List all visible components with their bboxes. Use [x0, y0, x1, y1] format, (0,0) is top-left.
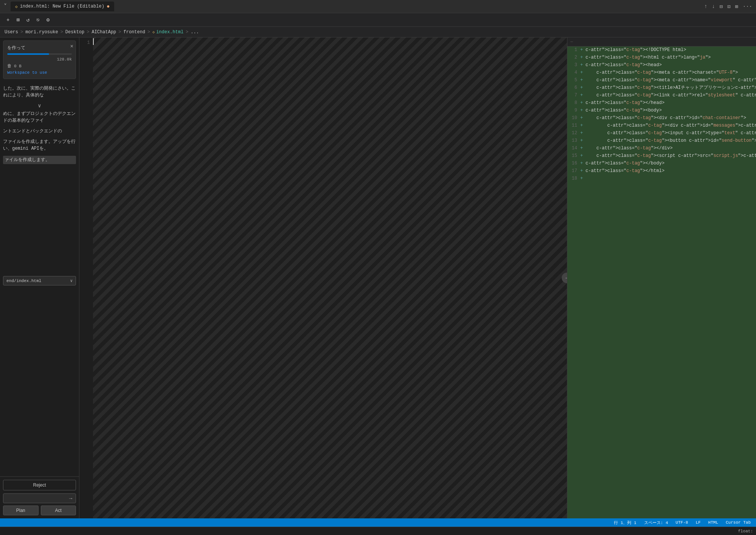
table-row: 10+ c-attr">class="c-tag"><div c-attr">i…: [567, 115, 756, 122]
breadcrumb-more[interactable]: ...: [191, 29, 199, 35]
dropdown-chevron-icon[interactable]: ˅: [4, 3, 7, 10]
status-spaces[interactable]: スペース: 4: [643, 520, 670, 526]
table-row: 15+ c-attr">class="c-tag"><script c-attr…: [567, 152, 756, 160]
line-number: 4: [569, 69, 580, 76]
line-number-1: 1: [82, 39, 90, 47]
table-row: 7+ c-attr">class="c-tag"><link c-attr">r…: [567, 92, 756, 99]
status-line-ending[interactable]: LF: [694, 520, 702, 525]
editor-tab[interactable]: ◇ index.html: New File (Editable) ●: [11, 2, 114, 11]
float-label: float:: [738, 529, 753, 533]
reject-button[interactable]: Reject: [3, 480, 76, 490]
workspace-link[interactable]: Workspace to use: [7, 70, 72, 75]
editor-content[interactable]: [93, 37, 567, 518]
line-indicator: +: [580, 175, 586, 182]
send-button[interactable]: →: [68, 495, 73, 501]
center-panel: 1 →: [79, 37, 567, 518]
line-code: c-attr">class="c-tag"></html>: [586, 167, 754, 175]
line-number: 18: [569, 175, 580, 182]
expand-button[interactable]: ∨: [3, 102, 76, 109]
breadcrumb-users[interactable]: Users: [5, 29, 18, 35]
line-numbers: 1: [79, 37, 93, 518]
toolbar: + ⊞ ↺ ⎋ ⚙: [0, 13, 756, 27]
act-button[interactable]: Act: [41, 506, 76, 515]
status-encoding[interactable]: UTF-8: [674, 520, 689, 525]
title-bar-right: ↑ ↓ ⊟ ⊡ ⊞ ···: [704, 3, 752, 10]
line-indicator: +: [580, 115, 586, 122]
history-icon[interactable]: ↺: [25, 16, 31, 24]
chat-input[interactable]: [6, 496, 68, 501]
table-row: 9+c-attr">class="c-tag"><body>: [567, 107, 756, 115]
bottom-area: Reject → Plan Act: [0, 476, 79, 518]
settings-icon[interactable]: ⚙: [45, 16, 51, 24]
line-indicator: +: [580, 107, 586, 114]
line-code: c-attr">class="c-tag"><div c-attr">id="c…: [586, 115, 754, 122]
line-indicator: +: [580, 137, 586, 144]
line-number: 15: [569, 152, 580, 160]
status-position[interactable]: 行 1、列 1: [612, 520, 638, 526]
grid-icon[interactable]: ⊞: [14, 16, 21, 24]
progress-bar-container: [7, 53, 72, 55]
table-row: 14+ c-attr">class="c-tag"></div>: [567, 145, 756, 152]
breadcrumb-desktop[interactable]: Desktop: [65, 29, 84, 35]
line-number: 5: [569, 77, 580, 84]
input-area: →: [3, 493, 76, 503]
table-row: 18+: [567, 175, 756, 183]
add-icon[interactable]: +: [5, 16, 11, 24]
title-bar-left: ˅: [4, 3, 7, 10]
more-options-icon[interactable]: ···: [743, 3, 752, 9]
breadcrumb-user[interactable]: mori.ryosuke: [25, 29, 58, 35]
table-row: 8+c-attr">class="c-tag"></head>: [567, 99, 756, 107]
table-row: 17+c-attr">class="c-tag"></html>: [567, 167, 756, 175]
breadcrumb-app[interactable]: AIChatApp: [91, 29, 116, 35]
table-row: 4+ c-attr">class="c-tag"><meta c-attr">c…: [567, 69, 756, 77]
tab-area: ◇ index.html: New File (Editable) ●: [11, 2, 704, 11]
plan-button[interactable]: Plan: [3, 506, 39, 515]
table-row: 1+c-attr">class="c-tag"><!DOCTYPE html>: [567, 47, 756, 54]
breadcrumb-sep3: >: [87, 29, 89, 35]
layout-icon[interactable]: ⊞: [735, 3, 738, 10]
line-code: c-attr">class="c-tag"><title>AIチャットアプリケー…: [586, 84, 756, 91]
notification-bottom: 🗑 0 B: [7, 63, 72, 69]
line-indicator: +: [580, 160, 586, 167]
line-indicator: +: [580, 145, 586, 152]
upload-icon[interactable]: ↑: [704, 3, 707, 9]
notification-bytes: 0 B: [14, 64, 22, 68]
line-code: c-attr">class="c-tag"><button c-attr">id…: [586, 137, 756, 144]
line-code: c-attr">class="c-tag"></head>: [586, 99, 754, 107]
notification-close-button[interactable]: ×: [70, 43, 73, 49]
code-header: ─: [567, 37, 756, 47]
download-icon[interactable]: ↓: [712, 3, 715, 9]
code-view[interactable]: 1+c-attr">class="c-tag"><!DOCTYPE html>2…: [567, 47, 756, 518]
split-view-icon[interactable]: ⊡: [727, 3, 730, 10]
line-indicator: +: [580, 54, 586, 61]
tab-file-icon: ◇: [15, 4, 18, 9]
status-language[interactable]: HTML: [707, 520, 720, 525]
line-number: 16: [569, 160, 580, 167]
bottom-bar: float:: [0, 527, 756, 535]
breadcrumb-sep6: >: [186, 29, 188, 35]
bookmark-icon[interactable]: ⊟: [719, 3, 722, 10]
line-code: c-attr">class="c-tag"><div c-attr">id="m…: [586, 122, 756, 129]
file-path-dropdown[interactable]: end/index.html ∨: [3, 276, 76, 285]
line-indicator: +: [580, 167, 586, 175]
breadcrumb-filename[interactable]: index.html: [156, 29, 183, 35]
line-indicator: +: [580, 77, 586, 84]
line-indicator: +: [580, 152, 586, 160]
table-row: 5+ c-attr">class="c-tag"><meta c-attr">n…: [567, 77, 756, 84]
breadcrumb-sep1: >: [20, 29, 23, 35]
main-area: × を作って 128.0k 🗑 0 B Workspace to use した。…: [0, 37, 756, 518]
table-row: 6+ c-attr">class="c-tag"><title>AIチャットアプ…: [567, 84, 756, 92]
file-icon: ◇: [152, 30, 155, 34]
chat-message-4: ファイルを作成します。アップを行い、gemini APIを。: [3, 138, 76, 152]
trash-icon[interactable]: 🗑: [7, 63, 12, 69]
line-code: c-attr">class="c-tag"></div>: [586, 145, 754, 152]
share-icon[interactable]: ⎋: [34, 16, 41, 24]
breadcrumb-frontend[interactable]: frontend: [123, 29, 145, 35]
status-cursor-mode[interactable]: Cursor Tab: [724, 520, 752, 525]
chat-message-5: ァイルを作成します。: [3, 156, 76, 164]
editor-area[interactable]: 1: [79, 37, 567, 518]
line-number: 17: [569, 167, 580, 175]
chat-message-2: めに、まずプロジェクトのデクエンドの基本的なファイ: [3, 110, 76, 124]
breadcrumb-sep4: >: [118, 29, 121, 35]
file-path-label: end/index.html: [6, 279, 41, 283]
